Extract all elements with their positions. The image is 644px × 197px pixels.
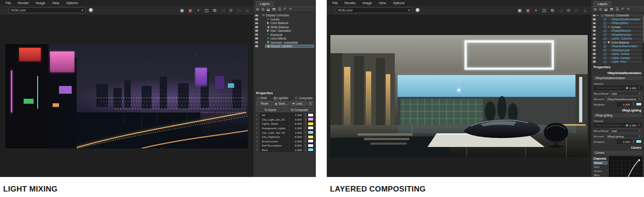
channel-item[interactable]: Green	[593, 169, 608, 173]
layer-checkbox-icon[interactable]: ✓	[604, 56, 606, 59]
light-multiplier-value[interactable]: 6.000	[290, 135, 303, 139]
layer-checkbox-icon[interactable]: ✓	[604, 41, 606, 44]
eye-icon[interactable]	[255, 45, 258, 47]
value-stepper[interactable]: ▴ ▾	[304, 122, 307, 126]
light-name[interactable]: Rest	[260, 148, 289, 152]
eye-icon[interactable]	[255, 22, 258, 25]
layer-row[interactable]: ☑ Display Correction	[255, 14, 314, 17]
layer-checkbox-icon[interactable]: ✓	[604, 61, 606, 63]
layer-row[interactable]: ▣ Source: LightMix	[255, 45, 314, 48]
layer-row[interactable]: ✦ Lens Effects	[255, 37, 314, 40]
multiplier-color-swatch[interactable]	[636, 102, 642, 106]
channel-select[interactable]: RGB color ▾	[9, 7, 85, 13]
save-image-icon[interactable]: ▣	[179, 7, 185, 14]
eye-icon[interactable]	[593, 57, 596, 59]
layer-row[interactable]: ◩ Hue / Saturation	[255, 29, 314, 33]
section-header[interactable]: VRayGlobalIllumination	[591, 70, 644, 75]
render-last-icon[interactable]: ♨	[244, 7, 251, 14]
blend-mode-select[interactable]: Add ▾	[610, 128, 642, 133]
stepper-down-icon[interactable]: ▾	[305, 119, 306, 121]
mode-radio[interactable]: RGB	[257, 96, 267, 100]
layer-checkbox-icon[interactable]: ✓	[604, 53, 606, 56]
light-color-swatch[interactable]	[308, 117, 314, 121]
lightmix-button[interactable]: Reset	[256, 101, 272, 106]
light-color-swatch[interactable]	[308, 122, 314, 126]
add-layer-icon[interactable]: ⊞	[256, 8, 259, 11]
render-viewport[interactable]	[327, 15, 591, 177]
redo-icon[interactable]: ↷	[626, 8, 629, 11]
save-image-icon[interactable]: ▣	[516, 7, 523, 14]
menu-item[interactable]: File	[332, 1, 338, 5]
layer-row[interactable]: ▨ Denoiser: unavailable	[255, 40, 314, 44]
eye-icon[interactable]	[593, 49, 596, 51]
tab-layers[interactable]: Layers	[256, 1, 274, 6]
mode-radio[interactable]: Composite	[295, 96, 313, 100]
layer-checkbox-icon[interactable]: ✓	[604, 37, 606, 40]
display-correction-sphere-icon[interactable]	[88, 8, 93, 13]
value-stepper[interactable]: ▴ ▾	[304, 113, 307, 117]
eye-icon[interactable]	[593, 34, 596, 36]
stepper-down-icon[interactable]: ▾	[305, 146, 306, 147]
layer-row[interactable]: ✓ Lights_Ceiling	[593, 52, 642, 56]
layer-row[interactable]: ✓ ∿ Curves	[593, 25, 642, 29]
light-color-swatch[interactable]	[308, 148, 314, 152]
menu-item[interactable]: File	[5, 1, 11, 5]
undo-icon[interactable]: ↶	[621, 8, 624, 11]
curves-header[interactable]: Curves	[591, 145, 644, 150]
checkbox-icon[interactable]: ✓	[256, 114, 259, 116]
compare-images-icon[interactable]: ◫	[203, 7, 210, 14]
checkbox-icon[interactable]: ✓	[256, 126, 259, 129]
previous-icon[interactable]: ◁	[220, 7, 226, 14]
layer-row[interactable]: ✓ VRayGlobalIllumination	[593, 17, 642, 21]
eye-icon[interactable]	[593, 37, 596, 40]
eye-icon[interactable]	[255, 18, 258, 20]
layer-row[interactable]: ✓ VRaySpecular	[593, 48, 642, 52]
eye-icon[interactable]	[255, 41, 258, 44]
light-color-swatch[interactable]	[308, 126, 314, 130]
light-color-swatch[interactable]	[308, 139, 314, 143]
stepper-down-icon[interactable]: ▾	[639, 125, 639, 127]
value-stepper[interactable]: ▴ ▾	[304, 148, 307, 152]
eye-icon[interactable]	[593, 22, 596, 25]
light-multiplier-value[interactable]: 1.000	[290, 126, 303, 130]
light-color-swatch[interactable]	[308, 113, 314, 117]
column-header[interactable]: To Composite	[285, 107, 314, 112]
load-preset-icon[interactable]: ⬒	[610, 8, 614, 11]
stepper-down-icon[interactable]: ▾	[305, 128, 306, 130]
checkbox-icon[interactable]: ✓	[256, 118, 259, 121]
element-select[interactable]: VRayGlobalIllumination ▾	[605, 96, 642, 101]
eye-icon[interactable]	[593, 30, 596, 32]
load-preset-icon[interactable]: ⬒	[272, 8, 276, 11]
eye-icon[interactable]	[593, 45, 596, 47]
lightmix-button[interactable]: ⬒ Load...	[290, 101, 306, 106]
layer-row[interactable]: ✓ ◧ Color Balance	[593, 40, 642, 44]
layer-row[interactable]: ∿ Curves	[255, 17, 314, 21]
checkbox-icon[interactable]: ✓	[256, 131, 259, 134]
column-header[interactable]: To Scene	[256, 107, 285, 112]
layer-row[interactable]: ✓ Lights_Pool	[593, 60, 642, 64]
light-color-swatch[interactable]	[308, 135, 314, 139]
layer-row[interactable]: ◨ White Balance	[255, 25, 314, 29]
eye-icon[interactable]	[593, 53, 596, 55]
eye-icon[interactable]	[255, 34, 258, 36]
menu-item[interactable]: View	[52, 1, 59, 5]
duplicate-buffer-icon[interactable]: ⧉	[549, 7, 556, 14]
stepper-down-icon[interactable]: ▾	[305, 124, 306, 126]
layer-menu-icon[interactable]: ☰	[616, 8, 619, 11]
layer-checkbox-icon[interactable]: ✓	[604, 45, 606, 48]
value-stepper[interactable]: ▴ ▾	[632, 102, 635, 106]
layer-row[interactable]: ✓ VRaySelfIllumination	[593, 45, 642, 48]
light-multiplier-value[interactable]: 1.000	[290, 148, 303, 152]
opacity-slider[interactable]: 1.000 ▴ ▾	[594, 123, 642, 127]
light-multiplier-value[interactable]: 8.000	[290, 144, 303, 148]
light-multiplier-value[interactable]: 3.000	[290, 117, 303, 121]
value-stepper[interactable]: ▴ ▾	[304, 135, 307, 139]
refresh-render-icon[interactable]: ⟳	[565, 7, 572, 14]
region-render-icon[interactable]: ⌖	[195, 7, 202, 14]
light-name[interactable]: All	[260, 113, 289, 117]
menu-item[interactable]: Render	[18, 1, 29, 5]
opacity-value[interactable]: 1.000	[629, 124, 636, 127]
remove-layer-icon[interactable]: ⊟	[599, 8, 602, 11]
layer-checkbox-icon[interactable]: ✓	[604, 18, 606, 20]
layer-row[interactable]: ◐ Exposure	[255, 33, 314, 36]
